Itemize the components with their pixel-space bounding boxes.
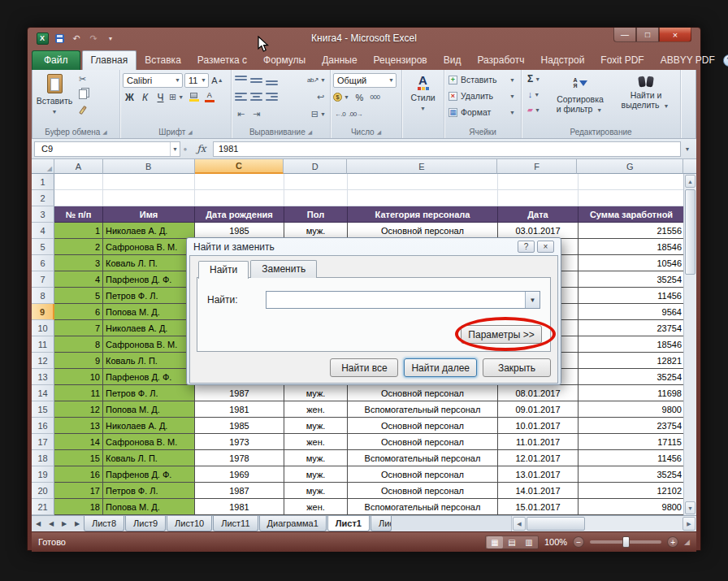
- ribbon-tab-Вставка[interactable]: Вставка: [136, 51, 189, 70]
- cell-F1[interactable]: [498, 174, 578, 190]
- cell-D1[interactable]: [284, 174, 348, 190]
- cell-A15[interactable]: 12: [54, 401, 103, 418]
- cell-F3[interactable]: Дата: [498, 206, 578, 223]
- cell-A5[interactable]: 2: [54, 239, 103, 255]
- cell-B11[interactable]: Сафронова В. М.: [103, 336, 195, 353]
- cell-B15[interactable]: Попова М. Д.: [103, 401, 195, 418]
- percent-style-button[interactable]: %: [353, 90, 366, 105]
- cell-E14[interactable]: Основной персонал: [348, 385, 498, 401]
- cell-B19[interactable]: Парфенов Д. Ф.: [103, 466, 195, 483]
- expand-formula-bar-button[interactable]: ▼: [681, 141, 694, 157]
- row-header-9[interactable]: 9: [32, 304, 54, 320]
- row-header-12[interactable]: 12: [32, 353, 54, 369]
- wrap-text-button[interactable]: ↩: [314, 90, 327, 105]
- normal-view-button[interactable]: ▦: [487, 536, 503, 548]
- cell-A14[interactable]: 11: [54, 385, 103, 401]
- row-header-3[interactable]: 3: [32, 206, 54, 223]
- cell-G10[interactable]: 23754: [578, 320, 685, 336]
- increase-decimal-button[interactable]: ←.0: [333, 107, 347, 122]
- font-name-select[interactable]: Calibri▼: [123, 73, 183, 88]
- cell-E4[interactable]: Основной персонал: [348, 223, 498, 239]
- cell-G14[interactable]: 11698: [578, 385, 685, 401]
- cell-C1[interactable]: [195, 174, 284, 190]
- cell-A10[interactable]: 7: [54, 320, 103, 336]
- cut-button[interactable]: ✂: [76, 72, 89, 86]
- cell-B21[interactable]: Попова М. Д.: [103, 499, 195, 515]
- cell-A16[interactable]: 13: [54, 418, 103, 434]
- sort-filter-button[interactable]: АЯ Сортировкаи фильтр ▼: [548, 72, 613, 126]
- row-header-21[interactable]: 21: [32, 499, 54, 515]
- cell-B4[interactable]: Николаев А. Д.: [103, 223, 195, 239]
- cell-F16[interactable]: 10.01.2017: [498, 418, 578, 434]
- sheet-tab-Лист8[interactable]: Лист8: [84, 516, 124, 531]
- row-header-20[interactable]: 20: [32, 483, 54, 499]
- cell-E16[interactable]: Основной персонал: [348, 418, 498, 434]
- cell-G8[interactable]: 11456: [578, 288, 685, 304]
- qat-customize-button[interactable]: ▼: [103, 32, 118, 46]
- cell-B6[interactable]: Коваль Л. П.: [103, 255, 195, 271]
- ribbon-tab-Рецензиров[interactable]: Рецензиров: [366, 51, 436, 70]
- page-break-view-button[interactable]: ▥: [521, 536, 537, 548]
- cell-C20[interactable]: 1987: [195, 483, 284, 499]
- alignment-dialog-launcher-icon[interactable]: ◢: [308, 129, 312, 136]
- cell-D2[interactable]: [284, 190, 348, 206]
- last-sheet-button[interactable]: ▶: [71, 516, 84, 531]
- decrease-indent-button[interactable]: ⇤: [234, 107, 248, 122]
- cell-A13[interactable]: 10: [54, 369, 103, 385]
- prev-sheet-button[interactable]: ◀: [45, 516, 58, 531]
- ribbon-tab-Foxit PDF[interactable]: Foxit PDF: [592, 51, 652, 70]
- align-bottom-button[interactable]: [265, 73, 279, 88]
- cell-G21[interactable]: 9800: [578, 499, 685, 515]
- insert-cells-button[interactable]: + Вставить▼: [447, 72, 518, 88]
- vertical-scrollbar[interactable]: ▲ ▼: [683, 174, 696, 515]
- tab-find[interactable]: Найти: [198, 261, 249, 279]
- cell-G17[interactable]: 17115: [578, 434, 685, 450]
- cell-A6[interactable]: 3: [54, 255, 103, 271]
- increase-indent-button[interactable]: ⇥: [249, 107, 263, 122]
- select-all-button[interactable]: ◢: [32, 159, 54, 174]
- restore-button[interactable]: □: [636, 28, 659, 42]
- format-painter-button[interactable]: [76, 102, 89, 117]
- cell-D18[interactable]: муж.: [284, 450, 348, 466]
- sheet-tab-Лист1[interactable]: Лист1: [327, 516, 370, 531]
- col-header-C[interactable]: C: [195, 159, 284, 174]
- first-sheet-button[interactable]: ◀: [32, 516, 45, 531]
- cell-F18[interactable]: 12.01.2017: [498, 450, 578, 466]
- cell-A1[interactable]: [54, 174, 103, 190]
- cell-E19[interactable]: Основной персонал: [348, 466, 498, 483]
- comma-style-button[interactable]: 000: [368, 90, 382, 105]
- col-header-A[interactable]: A: [54, 159, 103, 174]
- cell-C16[interactable]: 1985: [195, 418, 284, 434]
- resize-grip-icon[interactable]: ◢: [684, 538, 690, 546]
- cell-B5[interactable]: Сафронова В. М.: [103, 239, 195, 255]
- cell-G11[interactable]: 18546: [578, 336, 685, 353]
- close-button[interactable]: ×: [659, 28, 691, 42]
- cell-A8[interactable]: 5: [54, 288, 103, 304]
- cell-B3[interactable]: Имя: [103, 206, 195, 223]
- insert-function-button[interactable]: ƒx: [190, 141, 213, 157]
- font-size-select[interactable]: 11▼: [184, 73, 209, 88]
- cell-C19[interactable]: 1969: [195, 466, 284, 483]
- cell-C2[interactable]: [195, 190, 284, 206]
- row-header-4[interactable]: 4: [32, 223, 54, 239]
- cell-G18[interactable]: 11456: [578, 450, 685, 466]
- delete-cells-button[interactable]: × Удалить▼: [447, 88, 518, 104]
- underline-button[interactable]: Ч: [154, 90, 167, 105]
- horizontal-scroll-thumb[interactable]: [526, 517, 585, 531]
- cell-D17[interactable]: жен.: [284, 434, 348, 450]
- cell-E3[interactable]: Категория персонала: [348, 206, 498, 223]
- undo-button[interactable]: ↶: [69, 32, 84, 46]
- cell-G5[interactable]: 18546: [578, 239, 685, 255]
- cell-E17[interactable]: Основной персонал: [348, 434, 498, 450]
- scroll-down-button[interactable]: ▼: [685, 501, 696, 514]
- cell-A18[interactable]: 15: [54, 450, 103, 466]
- ribbon-tab-Файл[interactable]: Файл: [32, 50, 80, 70]
- cell-C4[interactable]: 1985: [195, 223, 284, 239]
- ribbon-tab-Главная[interactable]: Главная: [82, 50, 137, 70]
- clear-button[interactable]: ▰▼: [524, 102, 545, 117]
- cell-F17[interactable]: 11.01.2017: [498, 434, 578, 450]
- dialog-close-button[interactable]: ×: [537, 241, 554, 253]
- align-top-button[interactable]: [234, 73, 248, 88]
- orientation-button[interactable]: ab↗▼: [307, 73, 327, 88]
- cell-E2[interactable]: [348, 190, 498, 206]
